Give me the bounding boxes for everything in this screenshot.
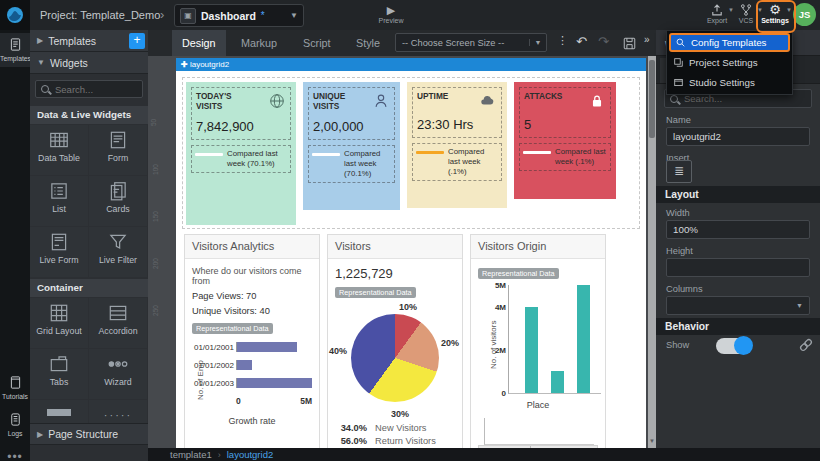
export-button[interactable]: ▼ Export — [702, 3, 732, 29]
ruler-mark: 200 — [152, 258, 159, 269]
tab-design[interactable]: Design — [172, 30, 226, 56]
add-template-button[interactable]: + — [129, 33, 145, 49]
height-field[interactable] — [666, 258, 810, 277]
widget-tile-label: List — [30, 204, 88, 214]
breadcrumb-bar: template1 › layoutgrid2 — [148, 448, 820, 461]
widget-tile-clipped[interactable]: ····· — [89, 400, 147, 423]
widget-tile-accordion[interactable]: Accordion — [89, 298, 147, 348]
layout-section-header[interactable]: Layout — [656, 186, 820, 203]
stat-card-unique-visits[interactable]: UNIQUE VISITS 2,00,000 Compared last wee… — [303, 82, 400, 210]
app-logo[interactable] — [0, 0, 30, 30]
design-canvas: 50100150200250 ✚ layoutgrid2 TODAY'S VIS… — [148, 56, 648, 448]
bind-property-icon[interactable] — [798, 337, 814, 353]
stat-card-todays-visits[interactable]: TODAY'S VISITS 7,842,900 Compared last w… — [186, 82, 296, 225]
tab-markup[interactable]: Markup — [231, 30, 287, 56]
preview-button[interactable]: ▶ Preview — [374, 3, 408, 29]
breadcrumb-template1[interactable]: template1 — [170, 449, 212, 460]
tab-style[interactable]: Style — [346, 30, 390, 56]
tab-script[interactable]: Script — [293, 30, 341, 56]
panel-visitors[interactable]: Visitors 1,225,729 Representational Data… — [327, 234, 463, 448]
widget-tile-live-filter[interactable]: Live Filter — [89, 227, 147, 277]
app-window: Project: Template_Demo › ▣ Dashboard * ▼… — [0, 0, 820, 461]
stat-card-attacks[interactable]: ATTACKS 5 Compared last week (.1%) — [514, 82, 616, 199]
menu-item-project-settings[interactable]: Project Settings — [669, 53, 790, 72]
rail-templates-label: Templates — [0, 55, 30, 62]
name-field[interactable] — [666, 127, 810, 146]
progress-bar — [195, 153, 223, 156]
chevron-right-icon: › — [218, 450, 221, 460]
rail-item-templates[interactable]: Templates — [0, 33, 30, 67]
kebab-menu-icon[interactable]: ⋮ — [557, 34, 568, 47]
rail-item-tutorials[interactable]: Tutorials — [0, 375, 30, 400]
legend-pct: 34.0% — [335, 423, 367, 433]
widget-search[interactable] — [35, 80, 143, 98]
card-title: ATTACKS — [524, 92, 570, 102]
more-options-icon[interactable]: ••• — [0, 450, 30, 461]
templates-section-header[interactable]: ▶ Templates + — [30, 30, 148, 52]
vcs-label: VCS — [731, 17, 761, 24]
legend-row: 34.0% New Visitors — [335, 423, 455, 433]
settings-button[interactable]: ⚙ ▼ Settings — [760, 3, 790, 29]
selected-widget-bar[interactable]: ✚ layoutgrid2 — [176, 58, 646, 71]
behavior-section-header[interactable]: Behavior — [656, 318, 820, 335]
page-views-stat: Page Views: 70 — [192, 291, 312, 301]
artboard[interactable]: ✚ layoutgrid2 TODAY'S VISITS 7,842,900 — [176, 58, 646, 448]
rail-item-logs[interactable]: Logs — [0, 412, 30, 437]
widget-tile-label: Form — [89, 153, 147, 163]
bar-row: 01/01/2001 — [236, 342, 312, 352]
selected-widget-label: layoutgrid2 — [190, 60, 229, 69]
scrollbar-down-arrow[interactable]: ▼ — [648, 436, 656, 446]
screen-size-value: -- Choose Screen Size -- — [396, 38, 529, 48]
representational-data-badge: Representational Data — [478, 268, 559, 279]
widgets-section-header[interactable]: ▼ Widgets — [30, 52, 148, 74]
grid-layout-icon — [48, 302, 70, 324]
widget-tile-list[interactable]: List — [30, 176, 88, 226]
show-field-label: Show — [666, 340, 689, 350]
widget-tile-clipped[interactable] — [30, 400, 88, 423]
save-icon[interactable] — [622, 36, 637, 51]
widget-tile-cards[interactable]: Cards — [89, 176, 147, 226]
canvas-scrollbar-thumb[interactable] — [649, 60, 655, 138]
panel-visitors-origin[interactable]: Visitors Origin Representational Data No… — [470, 234, 606, 448]
widget-tile-form[interactable]: Form — [89, 125, 147, 175]
cards-icon — [107, 180, 129, 202]
breadcrumb-layoutgrid2[interactable]: layoutgrid2 — [227, 449, 273, 460]
vcs-button[interactable]: ▼ VCS — [731, 3, 761, 29]
undo-icon[interactable]: ↶ — [576, 34, 587, 49]
menu-item-studio-settings[interactable]: Studio Settings — [669, 73, 790, 92]
widget-search-input[interactable] — [53, 83, 137, 96]
expand-panel-icon[interactable]: » — [644, 34, 650, 45]
menu-item-config-templates[interactable]: Config Templates — [669, 33, 790, 52]
ruler-mark: 50 — [150, 119, 157, 126]
screen-size-select[interactable]: -- Choose Screen Size -- ▼ — [395, 33, 547, 52]
panel-visitors-analytics[interactable]: Visitors Analytics Where do our visitors… — [184, 234, 320, 448]
lock-icon — [588, 92, 606, 110]
x-axis-label: Place — [478, 400, 598, 410]
stat-card-uptime[interactable]: UPTIME 23:30 Hrs Compared last week (.1%… — [407, 82, 507, 208]
widget-tile-live-form[interactable]: Live Form — [30, 227, 88, 277]
legend-label: New Visitors — [375, 423, 427, 433]
widget-tile-data-table[interactable]: Data Table — [30, 125, 88, 175]
width-field-label: Width — [666, 208, 690, 218]
widgets-panel: ▶ Templates + ▼ Widgets Data & Live Widg… — [30, 30, 148, 461]
preview-label: Preview — [374, 17, 408, 24]
show-toggle-knob[interactable] — [734, 336, 753, 355]
menu-item-label: Config Templates — [691, 37, 767, 48]
page-structure-section-header[interactable]: ▶ Page Structure — [30, 423, 148, 445]
user-avatar[interactable]: JS — [793, 3, 816, 26]
tutorials-icon — [8, 375, 23, 390]
settings-label: Settings — [760, 17, 790, 24]
visitors-pie-chart: 10% 20% 30% 40% — [335, 306, 455, 414]
redo-icon[interactable]: ↷ — [598, 34, 609, 49]
widget-tile-grid-layout[interactable]: Grid Layout — [30, 298, 88, 348]
progress-bar — [416, 151, 444, 154]
widget-tile-wizard[interactable]: Wizard — [89, 349, 147, 399]
width-field[interactable] — [666, 220, 810, 239]
widget-tile-tabs[interactable]: Tabs — [30, 349, 88, 399]
columns-select[interactable]: ▼ — [666, 296, 810, 315]
insert-row-button[interactable]: ≣ — [666, 160, 692, 183]
origin-bar-chart: No. of visitors 02M4M5M — [508, 285, 601, 394]
page-selector-dropdown[interactable]: ▣ Dashboard * ▼ — [174, 4, 304, 27]
rail-logs-label: Logs — [0, 430, 30, 437]
branch-icon — [739, 3, 753, 17]
